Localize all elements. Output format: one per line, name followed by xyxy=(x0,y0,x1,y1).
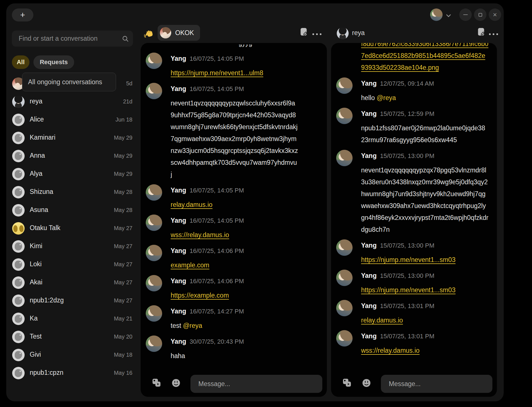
message: Yang16/07/25, 14:05 PMhttps://njump.me/n… xyxy=(141,53,318,79)
conversation-name: Anna xyxy=(30,152,45,159)
conversation-row[interactable]: KaMay 21 xyxy=(12,310,133,328)
attach-media-icon[interactable] xyxy=(342,378,352,389)
minimize-button[interactable] xyxy=(459,8,472,21)
message-body: https://njump.me/nevent1...sm03 xyxy=(361,254,488,266)
message-link[interactable]: https://njump.me/nevent1...sm03 xyxy=(361,256,456,263)
attach-media-icon[interactable] xyxy=(151,378,162,389)
message-sender: Yang xyxy=(361,272,377,279)
message-timestamp: 16/07/25, 14:06 PM xyxy=(190,278,244,285)
chat-title-label: OKOK xyxy=(175,29,194,37)
message-link[interactable]: relay.damus.io xyxy=(361,317,403,324)
message-scroll-area[interactable]: f8dd769e762fc83393d6f13386/7e7119fc6b07e… xyxy=(331,43,497,370)
conversation-row[interactable]: npub1:cpznMay 16 xyxy=(12,364,133,382)
message: Yang16/07/25, 14:05 PMrelay.damus.io xyxy=(141,184,318,211)
message-sender-row: Yang15/07/25, 12:59 PM xyxy=(361,108,488,120)
conversation-row[interactable]: AlyaMay 29 xyxy=(12,165,133,183)
compose-note-icon[interactable] xyxy=(477,28,485,37)
conversation-row[interactable]: ShizunaMay 28 xyxy=(12,183,133,201)
conversation-row[interactable]: AsunaMay 28 xyxy=(12,201,133,219)
conversation-row[interactable]: npub1:2dzgMay 27 xyxy=(12,292,133,310)
chevron-down-icon[interactable] xyxy=(446,13,451,18)
clipped-link-message[interactable]: f8dd769e762fc83393d6f13386/7e7119fc6b07e… xyxy=(331,43,488,73)
conversation-name: Alice xyxy=(30,116,44,123)
message-sender-row: Yang16/07/25, 14:06 PM xyxy=(171,245,318,257)
message-body: wss://relay.damus.io xyxy=(361,345,488,356)
message-scroll-area[interactable]: gyyg Yang16/07/25, 14:05 PMhttps://njump… xyxy=(141,43,327,370)
message-sender-row: Yang15/07/25, 13:00 PM xyxy=(361,239,488,252)
message-sender-row: Yang16/07/25, 14:05 PM xyxy=(171,215,318,227)
conversation-time: May 29 xyxy=(114,135,132,141)
conversation-row[interactable]: reya21d xyxy=(12,93,133,111)
more-options-icon[interactable] xyxy=(489,33,498,35)
emoji-picker-icon[interactable] xyxy=(362,378,371,389)
conversation-row[interactable]: TestMay 20 xyxy=(12,328,133,346)
mention-link[interactable]: @reya xyxy=(377,94,396,101)
message: Yang16/07/25, 14:06 PMhttps://example.co… xyxy=(141,275,318,301)
avatar xyxy=(12,114,25,126)
emoji-picker-icon[interactable] xyxy=(171,378,181,389)
message-link[interactable]: https://example.com xyxy=(171,292,229,299)
conversation-row[interactable]: LokiMay 27 xyxy=(12,256,133,274)
conversation-row[interactable]: KaminariMay 29 xyxy=(12,129,133,147)
chat-title-reya[interactable]: reya xyxy=(352,29,365,37)
message-body: relay.damus.io xyxy=(171,199,298,211)
conversation-row[interactable]: AliceJun 18 xyxy=(12,111,133,129)
conversation-name: Ka xyxy=(30,315,38,322)
clipped-message: gyyg xyxy=(171,45,318,49)
compose-note-icon[interactable] xyxy=(300,28,307,37)
close-button[interactable]: ✕ xyxy=(489,8,501,21)
conversation-time: 21d xyxy=(123,98,132,105)
search-input[interactable] xyxy=(12,31,133,47)
account-avatar[interactable] xyxy=(430,8,443,21)
message-link[interactable]: https://njump.me/nevent1...ulm8 xyxy=(171,69,263,77)
conversation-row[interactable]: AkaiMay 27 xyxy=(12,274,133,292)
chat-title-okok[interactable]: OKOK xyxy=(158,25,200,41)
tab-all[interactable]: All xyxy=(12,55,29,69)
message-sender: Yang xyxy=(171,217,186,224)
maximize-button[interactable] xyxy=(474,8,486,21)
mention-link[interactable]: @reya xyxy=(183,322,202,329)
message-link[interactable]: wss://relay.damus.io xyxy=(361,347,420,354)
avatar xyxy=(336,270,353,286)
message-sender-row: Yang30/07/25, 20:43 PM xyxy=(171,335,318,348)
message: Yang15/07/25, 13:00 PMhttps://njump.me/n… xyxy=(331,239,488,266)
message-sender: Yang xyxy=(171,247,186,254)
conversation-name: Loki xyxy=(30,260,42,268)
message-timestamp: 15/07/25, 13:01 PM xyxy=(380,302,434,309)
message-link[interactable]: https://njump.me/nevent1...sm03 xyxy=(361,286,456,294)
conversation-row[interactable]: GiviMay 18 xyxy=(12,346,133,364)
message-link[interactable]: example.com xyxy=(171,261,209,269)
more-options-icon[interactable] xyxy=(312,33,321,35)
conversation-name: npub1:cpzn xyxy=(30,369,63,376)
avatar xyxy=(337,27,349,39)
conversation-name: Otaku Talk xyxy=(30,224,60,232)
new-chat-button[interactable]: + xyxy=(12,8,33,21)
avatar xyxy=(146,215,162,231)
message-timestamp: 16/07/25, 14:05 PM xyxy=(190,55,244,62)
conversation-row[interactable]: Otaku TalkMay 27 xyxy=(12,219,133,237)
conversation-row[interactable]: KimiMay 27 xyxy=(12,237,133,256)
message-input[interactable] xyxy=(381,375,492,393)
conversation-name: Test xyxy=(30,333,42,340)
tooltip: All ongoing conversations xyxy=(22,73,116,91)
message: Yang15/07/25, 12:59 PMnpub1zfss807aer0j2… xyxy=(331,108,488,146)
conversation-time: May 28 xyxy=(114,207,132,213)
conversation-list[interactable]: 5dreya21dAliceJun 18KaminariMay 29AnnaMa… xyxy=(12,75,133,382)
message: Yang16/07/25, 14:05 PMnevent1qvzqqqqqqyp… xyxy=(141,83,318,180)
message-sender-row: Yang16/07/25, 14:05 PM xyxy=(171,53,318,65)
message-timestamp: 15/07/25, 12:59 PM xyxy=(380,110,434,117)
conversation-name: Kaminari xyxy=(30,134,55,141)
message-input[interactable] xyxy=(190,375,322,393)
message-link[interactable]: relay.damus.io xyxy=(171,201,213,208)
conversation-time: May 27 xyxy=(114,225,132,231)
message-body: npub1zfss807aer0j26mwp2la0ume0jqde3823rm… xyxy=(361,122,488,146)
message-body: example.com xyxy=(171,259,298,271)
tab-requests[interactable]: Requests xyxy=(33,55,74,69)
message-link[interactable]: wss://relay.damus.io xyxy=(171,231,229,239)
conversation-name: Kimi xyxy=(30,242,42,250)
conversation-row[interactable]: AnnaMay 29 xyxy=(12,147,133,165)
avatar xyxy=(336,77,353,94)
conversation-time: May 28 xyxy=(114,189,132,195)
message-timestamp: 12/07/25, 09:14 AM xyxy=(380,80,434,87)
message-timestamp: 15/07/25, 13:01 PM xyxy=(380,333,434,340)
